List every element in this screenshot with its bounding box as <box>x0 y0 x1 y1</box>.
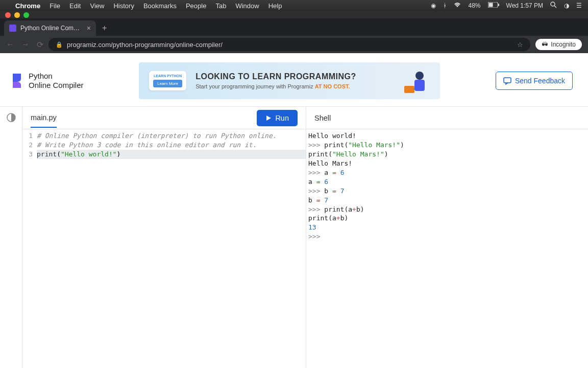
shell-line: >>> print("Hello Mars!") <box>308 141 586 150</box>
side-rail <box>0 107 22 368</box>
menu-history[interactable]: History <box>113 2 134 10</box>
shell-line: b = 7 <box>308 196 586 205</box>
incognito-icon: 🕶 <box>542 41 548 48</box>
app-name[interactable]: Chrome <box>15 2 40 10</box>
shell-line: >>> b = 7 <box>308 187 586 196</box>
favicon-icon <box>9 25 16 32</box>
tab-title: Python Online Compiler (Interp <box>20 25 83 32</box>
forward-button[interactable]: → <box>21 40 30 50</box>
bluetooth-icon[interactable]: ᚼ <box>443 2 447 9</box>
maximize-window-button[interactable] <box>23 12 29 18</box>
logo-icon <box>10 73 23 89</box>
run-button[interactable]: Run <box>257 110 298 126</box>
shell-line: print("Hello Mars!") <box>308 150 586 159</box>
menu-help[interactable]: Help <box>268 2 282 10</box>
promo-badge: LEARN PYTHON Learn More <box>149 71 186 90</box>
url-text: programiz.com/python-programming/online-… <box>67 41 223 49</box>
svg-rect-2 <box>498 4 499 6</box>
minimize-window-button[interactable] <box>14 12 20 18</box>
chat-icon <box>503 77 511 85</box>
shell-line: >>> print(a+b) <box>308 205 586 214</box>
menu-tab[interactable]: Tab <box>215 2 226 10</box>
menu-window[interactable]: Window <box>235 2 259 10</box>
notification-center-icon[interactable]: ☰ <box>576 2 582 9</box>
shell-pane: Shell Hello world!>>> print("Hello Mars!… <box>306 107 588 368</box>
editor-header: main.py Run <box>22 107 306 129</box>
workspace: main.py Run 123 # Online Python compiler… <box>0 106 588 368</box>
line-gutter: 123 <box>22 131 37 368</box>
window-traffic-lights <box>0 11 588 18</box>
page-content: Python Online Compiler LEARN PYTHON Lear… <box>0 53 588 368</box>
close-tab-icon[interactable]: × <box>87 24 91 32</box>
address-bar[interactable]: 🔒 programiz.com/python-programming/onlin… <box>48 38 530 51</box>
menu-bookmarks[interactable]: Bookmarks <box>143 2 177 10</box>
new-tab-button[interactable]: + <box>96 20 113 36</box>
promo-subtext: Start your programming journey with Prog… <box>195 83 390 89</box>
menu-people[interactable]: People <box>186 2 206 10</box>
shell-line: a = 6 <box>308 177 586 187</box>
incognito-label: Incognito <box>551 41 576 48</box>
bookmark-star-icon[interactable]: ☆ <box>517 41 523 49</box>
menu-edit[interactable]: Edit <box>69 2 81 10</box>
shell-line: print(a+b) <box>308 214 586 223</box>
svg-rect-1 <box>488 3 493 7</box>
battery-percent: 48% <box>468 2 480 9</box>
shell-line: 13 <box>308 223 586 232</box>
promo-illustration-icon <box>399 65 430 96</box>
browser-toolbar: ← → ⟳ 🔒 programiz.com/python-programming… <box>0 36 588 53</box>
logo-text-line1: Python <box>29 72 84 81</box>
shell-line: Hello Mars! <box>308 159 586 168</box>
wifi-icon[interactable] <box>454 2 461 9</box>
spotlight-icon[interactable] <box>550 2 557 10</box>
svg-point-5 <box>415 72 424 80</box>
svg-rect-7 <box>404 86 414 93</box>
shell-line: >>> a = 6 <box>308 168 586 177</box>
browser-tab[interactable]: Python Online Compiler (Interp × <box>4 20 96 36</box>
editor-filename-tab[interactable]: main.py <box>31 108 57 128</box>
send-feedback-button[interactable]: Send Feedback <box>496 72 573 90</box>
battery-icon <box>488 2 499 9</box>
shell-line: Hello world! <box>308 131 586 141</box>
lock-icon: 🔒 <box>56 41 63 48</box>
page-header: Python Online Compiler LEARN PYTHON Lear… <box>0 53 588 106</box>
theme-toggle-icon[interactable] <box>6 112 17 123</box>
code-line[interactable]: # Online Python compiler (interpreter) t… <box>37 131 306 141</box>
svg-point-3 <box>551 2 555 6</box>
play-icon <box>265 115 272 121</box>
shell-line: >>> <box>308 232 586 241</box>
logo-text-line2: Online Compiler <box>29 81 84 90</box>
code-editor[interactable]: 123 # Online Python compiler (interprete… <box>22 129 306 368</box>
shell-title: Shell <box>314 109 331 127</box>
svg-rect-6 <box>414 80 425 91</box>
promo-banner[interactable]: LEARN PYTHON Learn More LOOKING TO LEARN… <box>139 62 440 99</box>
browser-tabbar: Python Online Compiler (Interp × + <box>0 18 588 36</box>
incognito-badge[interactable]: 🕶 Incognito <box>535 39 582 50</box>
menu-view[interactable]: View <box>90 2 104 10</box>
svg-line-4 <box>554 6 556 8</box>
menu-file[interactable]: File <box>50 2 60 10</box>
svg-rect-8 <box>504 78 511 83</box>
editor-pane: main.py Run 123 # Online Python compiler… <box>22 107 306 368</box>
feedback-label: Send Feedback <box>515 77 565 85</box>
shell-output[interactable]: Hello world!>>> print("Hello Mars!")prin… <box>306 129 588 368</box>
reload-button[interactable]: ⟳ <box>37 40 43 50</box>
screen-record-icon[interactable]: ◉ <box>431 2 436 9</box>
shell-header: Shell <box>306 107 588 129</box>
siri-icon[interactable]: ◑ <box>564 2 569 9</box>
promo-badge-label: LEARN PYTHON <box>154 74 182 78</box>
back-button[interactable]: ← <box>6 40 14 50</box>
run-label: Run <box>275 114 289 122</box>
macos-menubar: Chrome File Edit View History Bookmarks … <box>0 0 588 11</box>
site-logo[interactable]: Python Online Compiler <box>10 72 84 90</box>
promo-headline: LOOKING TO LEARN PROGRAMMING? <box>195 72 390 81</box>
close-window-button[interactable] <box>5 12 11 18</box>
code-line[interactable]: print("Hello world!") <box>37 150 306 159</box>
code-line[interactable]: # Write Python 3 code in this online edi… <box>37 141 306 150</box>
promo-learn-more-button[interactable]: Learn More <box>153 80 182 87</box>
datetime[interactable]: Wed 1:57 PM <box>506 2 543 9</box>
